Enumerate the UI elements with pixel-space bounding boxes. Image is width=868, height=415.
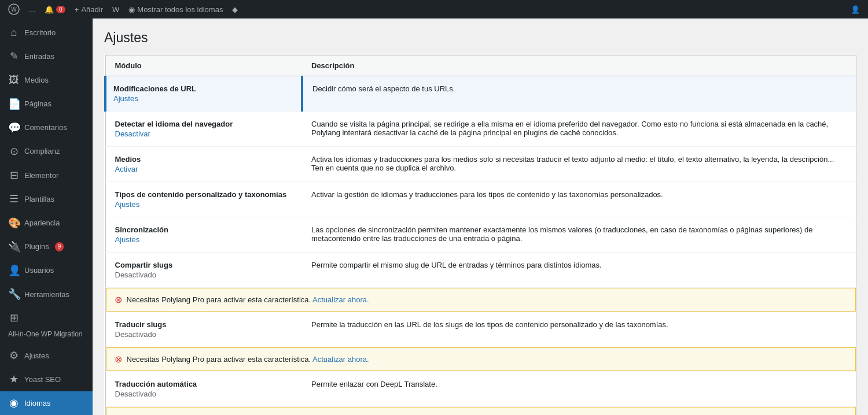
sidebar-item-usuarios[interactable]: 👤 Usuarios bbox=[0, 259, 93, 283]
show-all-languages-button[interactable]: ◉ Mostrar todos los idiomas bbox=[124, 0, 227, 18]
module-cell: Detectar el idioma del navegador Desacti… bbox=[105, 112, 302, 147]
sidebar: ⌂ Escritorio ✎ Entradas 🖼 Medios 📄 Págin… bbox=[0, 18, 93, 415]
module-cell: Tipos de contenido personalizado y taxon… bbox=[105, 182, 302, 217]
paginas-icon: 📄 bbox=[8, 97, 20, 112]
table-row: Sincronización Ajustes Las opciones de s… bbox=[105, 217, 856, 253]
module-name: Modificaciones de URL bbox=[113, 84, 292, 93]
sidebar-item-plugins[interactable]: 🔌 Plugins 9 bbox=[0, 235, 93, 259]
module-cell: Modificaciones de URL Ajustes bbox=[105, 76, 302, 112]
warning-icon: ⊗ bbox=[115, 294, 122, 305]
medios-icon: 🖼 bbox=[8, 73, 20, 87]
table-row: Traducción automática Desactivado Permit… bbox=[105, 372, 856, 407]
sidebar-item-comentarios[interactable]: 💬 Comentarios bbox=[0, 116, 93, 140]
wp-logo-button[interactable]: W bbox=[3, 0, 24, 18]
woocommerce-button[interactable]: W bbox=[108, 0, 124, 18]
svg-text:W: W bbox=[11, 6, 17, 13]
sidebar-item-elementor[interactable]: ⊟ Elementor bbox=[0, 164, 93, 187]
site-name-button[interactable]: ... bbox=[24, 0, 40, 18]
layout: ⌂ Escritorio ✎ Entradas 🖼 Medios 📄 Págin… bbox=[0, 18, 868, 415]
module-cell: Traducción automática Desactivado bbox=[105, 372, 302, 407]
sidebar-item-entradas[interactable]: ✎ Entradas bbox=[0, 45, 93, 68]
plugins-badge: 9 bbox=[55, 242, 64, 251]
module-action-link[interactable]: Desactivar bbox=[115, 129, 150, 138]
pro-notice-cell: ⊗ Necesitas Polylang Pro para activar es… bbox=[105, 347, 856, 372]
idiomas-icon: ◉ bbox=[8, 396, 20, 410]
sidebar-item-label: All-in-One WP Migration bbox=[8, 330, 82, 339]
module-cell: Compartir slugs Desactivado bbox=[105, 253, 302, 288]
module-action-link[interactable]: Activar bbox=[115, 165, 138, 173]
yoast-icon: ★ bbox=[8, 372, 20, 387]
notification-count: 0 bbox=[56, 6, 65, 13]
admin-bar: W ... 🔔 0 + Añadir W ◉ Mostrar todos los… bbox=[0, 0, 868, 18]
sidebar-item-label: Idiomas bbox=[24, 398, 51, 409]
herramientas-icon: 🔧 bbox=[8, 287, 20, 302]
module-action-link[interactable]: Ajustes bbox=[113, 94, 138, 103]
add-new-button[interactable]: + Añadir bbox=[70, 0, 108, 18]
sidebar-item-label: Yoast SEO bbox=[24, 375, 61, 385]
module-name: Sincronización bbox=[115, 225, 293, 234]
complianz-icon: ⊙ bbox=[8, 144, 20, 159]
entradas-icon: ✎ bbox=[8, 49, 20, 64]
warning-icon: ⊗ bbox=[115, 354, 122, 365]
module-status: Desactivado bbox=[115, 330, 157, 339]
sidebar-item-label: Complianz bbox=[24, 146, 60, 157]
sidebar-item-yoast[interactable]: ★ Yoast SEO bbox=[0, 368, 93, 391]
pro-notice: ⊗ Necesitas Polylang Pro para activar es… bbox=[106, 407, 856, 415]
sidebar-item-complianz[interactable]: ⊙ Complianz bbox=[0, 140, 93, 164]
sidebar-item-label: Medios bbox=[24, 75, 49, 86]
pro-notice-cell: ⊗ Necesitas Polylang Pro para activar es… bbox=[105, 407, 856, 416]
description-cell: Cuando se visita la página principal, se… bbox=[302, 112, 856, 147]
pro-notice-cell: ⊗ Necesitas Polylang Pro para activar es… bbox=[105, 288, 856, 312]
module-cell: Medios Activar bbox=[105, 147, 302, 182]
table-row: Tipos de contenido personalizado y taxon… bbox=[105, 182, 856, 217]
elementor-icon: ⊟ bbox=[8, 168, 20, 183]
sidebar-item-label: Apariencia bbox=[24, 218, 60, 228]
apariencia-icon: 🎨 bbox=[8, 216, 20, 231]
admin-bar-right: 👤 bbox=[846, 5, 865, 14]
module-name: Detectar el idioma del navegador bbox=[115, 120, 293, 128]
sidebar-item-escritorio[interactable]: ⌂ Escritorio bbox=[0, 21, 93, 45]
sidebar-item-label: Entradas bbox=[24, 51, 54, 62]
upgrade-link[interactable]: Actualizar ahora. bbox=[312, 295, 369, 304]
sidebar-item-idiomas[interactable]: ◉ Idiomas bbox=[0, 391, 93, 415]
table-row: Traducir slugs Desactivado Permite la tr… bbox=[105, 312, 856, 347]
settings-table: Módulo Descripción Modificaciones de URL… bbox=[104, 55, 856, 415]
table-row: Modificaciones de URL Ajustes Decidir có… bbox=[105, 76, 856, 112]
plantillas-icon: ☰ bbox=[8, 192, 20, 206]
user-menu-button[interactable]: 👤 bbox=[846, 5, 865, 14]
module-status: Desactivado bbox=[115, 390, 157, 398]
pro-notice-row: ⊗ Necesitas Polylang Pro para activar es… bbox=[105, 347, 856, 372]
diamond-button[interactable]: ◆ bbox=[227, 0, 242, 18]
description-cell: Activar la gestión de idiomas y traducci… bbox=[302, 182, 856, 217]
pro-notice-row: ⊗ Necesitas Polylang Pro para activar es… bbox=[105, 288, 856, 312]
sidebar-item-label: Páginas bbox=[24, 99, 52, 109]
sidebar-item-medios[interactable]: 🖼 Medios bbox=[0, 68, 93, 92]
pro-notice: ⊗ Necesitas Polylang Pro para activar es… bbox=[106, 288, 856, 312]
ajustes-icon: ⚙ bbox=[8, 349, 20, 363]
upgrade-link[interactable]: Actualizar ahora. bbox=[312, 355, 369, 364]
sidebar-item-label: Ajustes bbox=[24, 351, 49, 361]
table-header-module: Módulo bbox=[105, 55, 302, 76]
sidebar-item-label: Usuarios bbox=[24, 265, 54, 276]
module-name: Traducir slugs bbox=[115, 320, 293, 329]
sidebar-item-label: Comentarios bbox=[24, 123, 67, 133]
table-row: Medios Activar Activa los idiomas y trad… bbox=[105, 147, 856, 182]
module-name: Compartir slugs bbox=[115, 261, 293, 269]
module-cell: Traducir slugs Desactivado bbox=[105, 312, 302, 347]
sidebar-item-plantillas[interactable]: ☰ Plantillas bbox=[0, 187, 93, 211]
sidebar-item-ajustes[interactable]: ⚙ Ajustes bbox=[0, 344, 93, 368]
module-cell: Sincronización Ajustes bbox=[105, 217, 302, 253]
table-header-description: Descripción bbox=[302, 55, 856, 76]
sidebar-item-label: Plugins bbox=[24, 242, 49, 252]
module-name: Tipos de contenido personalizado y taxon… bbox=[115, 190, 293, 199]
sidebar-item-apariencia[interactable]: 🎨 Apariencia bbox=[0, 212, 93, 235]
notifications-button[interactable]: 🔔 0 bbox=[40, 0, 70, 18]
sidebar-item-all-in-one[interactable]: ⊞ All-in-One WP Migration bbox=[0, 306, 93, 344]
table-row: Detectar el idioma del navegador Desacti… bbox=[105, 112, 856, 147]
description-cell: Las opciones de sincronización permiten … bbox=[302, 217, 856, 253]
sidebar-item-herramientas[interactable]: 🔧 Herramientas bbox=[0, 283, 93, 306]
module-action-link[interactable]: Ajustes bbox=[115, 235, 140, 244]
sidebar-item-paginas[interactable]: 📄 Páginas bbox=[0, 92, 93, 116]
allinone-icon: ⊞ bbox=[8, 311, 20, 325]
module-action-link[interactable]: Ajustes bbox=[115, 200, 140, 209]
